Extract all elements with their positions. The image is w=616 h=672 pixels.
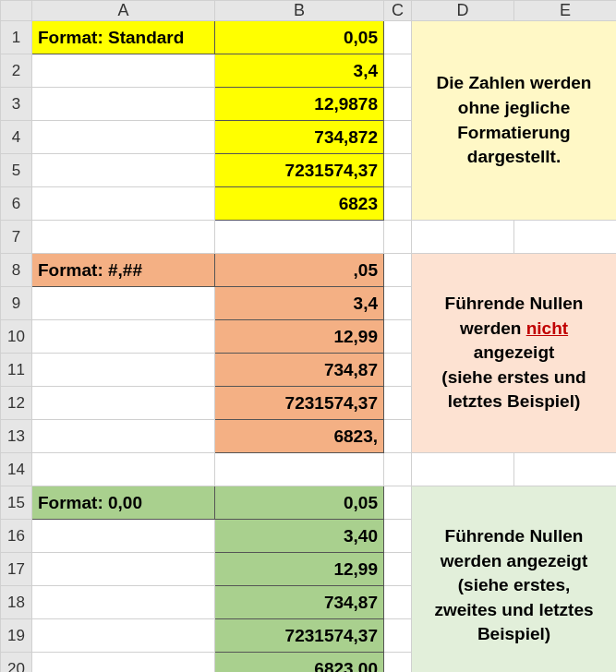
cell-C1[interactable] (384, 21, 412, 54)
cell-B15[interactable]: 0,05 (215, 486, 384, 520)
cell-E14[interactable] (514, 453, 617, 486)
col-header-B[interactable]: B (215, 1, 384, 21)
cell-C18[interactable] (384, 586, 412, 619)
cell-B12[interactable]: 7231574,37 (215, 387, 384, 420)
cell-B2[interactable]: 3,4 (215, 54, 384, 88)
cell-B5[interactable]: 7231574,37 (215, 154, 384, 187)
cell-B3[interactable]: 12,9878 (215, 88, 384, 121)
cell-B6[interactable]: 6823 (215, 187, 384, 221)
row-header-7[interactable]: 7 (1, 221, 32, 254)
cell-A7[interactable] (32, 221, 215, 254)
cell-C15[interactable] (384, 486, 412, 520)
cell-C10[interactable] (384, 320, 412, 354)
cell-A13[interactable] (32, 420, 215, 453)
row-header-3[interactable]: 3 (1, 88, 32, 121)
cell-A20[interactable] (32, 653, 215, 673)
format-label-hash: Format: #,## (32, 254, 214, 286)
cell-C2[interactable] (384, 54, 412, 88)
cell-D7[interactable] (412, 221, 514, 254)
cell-B19[interactable]: 7231574,37 (215, 619, 384, 653)
value: 12,9878 (215, 88, 383, 120)
cell-B1[interactable]: 0,05 (215, 21, 384, 54)
row-header-10[interactable]: 10 (1, 320, 32, 354)
row-header-4[interactable]: 4 (1, 121, 32, 154)
value: 7231574,37 (215, 387, 383, 419)
cell-C6[interactable] (384, 187, 412, 221)
cell-C16[interactable] (384, 520, 412, 553)
cell-A15[interactable]: Format: 0,00 (32, 486, 215, 520)
cell-A9[interactable] (32, 287, 215, 320)
cell-E7[interactable] (514, 221, 617, 254)
cell-B16[interactable]: 3,40 (215, 520, 384, 553)
cell-B17[interactable]: 12,99 (215, 553, 384, 586)
cell-B8[interactable]: ,05 (215, 254, 384, 287)
cell-B20[interactable]: 6823,00 (215, 653, 384, 673)
row-header-20[interactable]: 20 (1, 653, 32, 673)
cell-A4[interactable] (32, 121, 215, 154)
cell-B4[interactable]: 734,872 (215, 121, 384, 154)
row-header-13[interactable]: 13 (1, 420, 32, 453)
row-header-12[interactable]: 12 (1, 387, 32, 420)
cell-A19[interactable] (32, 619, 215, 653)
cell-B10[interactable]: 12,99 (215, 320, 384, 354)
row-header-17[interactable]: 17 (1, 553, 32, 586)
row-header-9[interactable]: 9 (1, 287, 32, 320)
col-header-C[interactable]: C (384, 1, 412, 21)
cell-C4[interactable] (384, 121, 412, 154)
cell-D14[interactable] (412, 453, 514, 486)
cell-C13[interactable] (384, 420, 412, 453)
cell-A12[interactable] (32, 387, 215, 420)
cell-A17[interactable] (32, 553, 215, 586)
cell-C8[interactable] (384, 254, 412, 287)
cell-C9[interactable] (384, 287, 412, 320)
note-standard-text: Die Zahlen werden ohne jegliche Formatie… (412, 66, 616, 174)
row-header-1[interactable]: 1 (1, 21, 32, 54)
cell-A2[interactable] (32, 54, 215, 88)
cell-A18[interactable] (32, 586, 215, 619)
row-header-5[interactable]: 5 (1, 154, 32, 187)
spreadsheet-grid[interactable]: A B C D E 1 Format: Standard 0,05 Die Za… (0, 0, 616, 672)
value: 3,4 (215, 54, 383, 87)
cell-B18[interactable]: 734,87 (215, 586, 384, 619)
cell-B14[interactable] (215, 453, 384, 486)
row-header-16[interactable]: 16 (1, 520, 32, 553)
cell-A16[interactable] (32, 520, 215, 553)
row-header-19[interactable]: 19 (1, 619, 32, 653)
cell-A1[interactable]: Format: Standard (32, 21, 215, 54)
value: 7231574,37 (215, 154, 383, 186)
cell-A8[interactable]: Format: #,## (32, 254, 215, 287)
col-header-A[interactable]: A (32, 1, 215, 21)
row-header-18[interactable]: 18 (1, 586, 32, 619)
row-header-8[interactable]: 8 (1, 254, 32, 287)
cell-A11[interactable] (32, 354, 215, 387)
cell-B11[interactable]: 734,87 (215, 354, 384, 387)
note-standard[interactable]: Die Zahlen werden ohne jegliche Formatie… (412, 21, 617, 221)
cell-C7[interactable] (384, 221, 412, 254)
cell-A14[interactable] (32, 453, 215, 486)
cell-B13[interactable]: 6823, (215, 420, 384, 453)
row-header-11[interactable]: 11 (1, 354, 32, 387)
note-zero[interactable]: Führende Nullen werden angezeigt (siehe … (412, 486, 617, 673)
col-header-E[interactable]: E (514, 1, 617, 21)
cell-C20[interactable] (384, 653, 412, 673)
cell-C14[interactable] (384, 453, 412, 486)
row-header-14[interactable]: 14 (1, 453, 32, 486)
note-hash[interactable]: Führende Nullen werden nicht angezeigt (… (412, 254, 617, 453)
row-header-15[interactable]: 15 (1, 486, 32, 520)
cell-A3[interactable] (32, 88, 215, 121)
cell-C12[interactable] (384, 387, 412, 420)
cell-C3[interactable] (384, 88, 412, 121)
row-header-6[interactable]: 6 (1, 187, 32, 221)
cell-A10[interactable] (32, 320, 215, 354)
cell-A6[interactable] (32, 187, 215, 221)
row-header-2[interactable]: 2 (1, 54, 32, 88)
cell-B7[interactable] (215, 221, 384, 254)
cell-C11[interactable] (384, 354, 412, 387)
cell-C17[interactable] (384, 553, 412, 586)
select-all-corner[interactable] (1, 1, 32, 21)
cell-C19[interactable] (384, 619, 412, 653)
cell-C5[interactable] (384, 154, 412, 187)
cell-A5[interactable] (32, 154, 215, 187)
col-header-D[interactable]: D (412, 1, 514, 21)
cell-B9[interactable]: 3,4 (215, 287, 384, 320)
